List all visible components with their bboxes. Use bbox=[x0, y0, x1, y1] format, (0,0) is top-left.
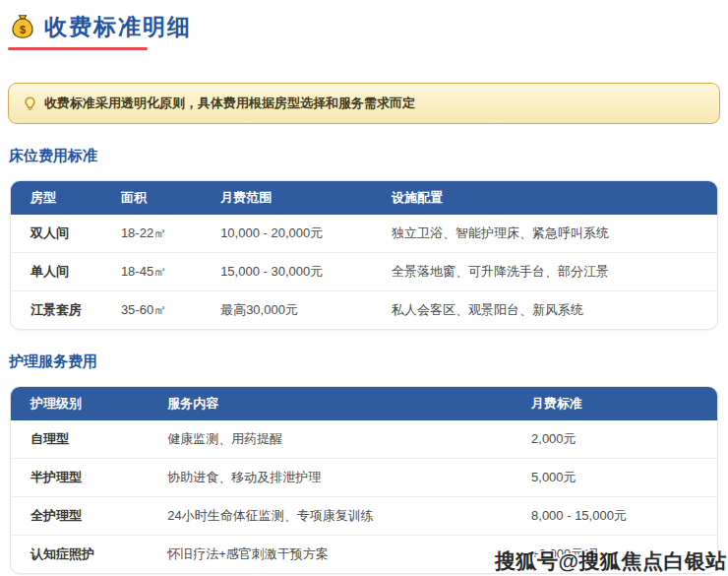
table-cell: 协助进食、移动及排泄护理 bbox=[148, 459, 512, 497]
column-header: 房型 bbox=[11, 181, 101, 215]
table-cell: 5,000元 bbox=[512, 459, 717, 497]
lightbulb-icon bbox=[23, 96, 37, 111]
fee-section: 床位费用标准 房型面积月费范围设施配置 双人间18-22㎡10,000 - 20… bbox=[8, 147, 720, 330]
table-row: 单人间18-45㎡15,000 - 30,000元全景落地窗、可升降洗手台、部分… bbox=[11, 253, 717, 291]
sections-container: 床位费用标准 房型面积月费范围设施配置 双人间18-22㎡10,000 - 20… bbox=[8, 147, 720, 574]
table-row: 半护理型协助进食、移动及排泄护理5,000元 bbox=[11, 459, 717, 497]
table-cell: 8,000 - 15,000元 bbox=[512, 497, 717, 536]
svg-text:$: $ bbox=[20, 24, 26, 35]
table-cell: 最高30,000元 bbox=[201, 291, 372, 330]
table-cell: 自理型 bbox=[11, 420, 148, 459]
table-cell: 全护理型 bbox=[11, 497, 148, 536]
table-cell: 私人会客区、观景阳台、新风系统 bbox=[372, 291, 717, 330]
section-heading: 护理服务费用 bbox=[9, 352, 720, 370]
table-cell: 35-60㎡ bbox=[101, 291, 201, 330]
table-header-row: 护理级别服务内容月费标准 bbox=[11, 387, 717, 420]
table-cell: 18-22㎡ bbox=[101, 215, 201, 253]
table-row: 自理型健康监测、用药提醒2,000元 bbox=[11, 420, 717, 459]
watermark: 搜狐号@搜狐焦点白银站 bbox=[495, 547, 727, 575]
column-header: 面积 bbox=[101, 181, 201, 215]
column-header: 服务内容 bbox=[148, 387, 512, 420]
table-cell: 半护理型 bbox=[11, 459, 148, 497]
table-cell: 15,000 - 30,000元 bbox=[201, 253, 372, 291]
fee-section: 护理服务费用 护理级别服务内容月费标准 自理型健康监测、用药提醒2,000元半护… bbox=[8, 352, 720, 574]
title-underline bbox=[8, 47, 148, 50]
table-row: 江景套房35-60㎡最高30,000元私人会客区、观景阳台、新风系统 bbox=[11, 291, 717, 330]
table-cell: 独立卫浴、智能护理床、紧急呼叫系统 bbox=[372, 215, 717, 253]
fee-table: 护理级别服务内容月费标准 自理型健康监测、用药提醒2,000元半护理型协助进食、… bbox=[10, 386, 718, 574]
table-cell: 认知症照护 bbox=[11, 536, 148, 574]
table-cell: 2,000元 bbox=[512, 420, 717, 459]
table-header-row: 房型面积月费范围设施配置 bbox=[11, 181, 717, 215]
section-heading: 床位费用标准 bbox=[9, 147, 720, 164]
money-bag-icon: $ bbox=[10, 14, 35, 39]
column-header: 护理级别 bbox=[11, 387, 148, 420]
fee-table-grid: 护理级别服务内容月费标准 自理型健康监测、用药提醒2,000元半护理型协助进食、… bbox=[11, 387, 717, 573]
fee-table: 房型面积月费范围设施配置 双人间18-22㎡10,000 - 20,000元独立… bbox=[10, 180, 718, 330]
fee-table-grid: 房型面积月费范围设施配置 双人间18-22㎡10,000 - 20,000元独立… bbox=[11, 181, 717, 329]
table-row: 全护理型24小时生命体征监测、专项康复训练8,000 - 15,000元 bbox=[11, 497, 717, 536]
column-header: 设施配置 bbox=[372, 181, 717, 215]
table-cell: 双人间 bbox=[11, 215, 101, 253]
notice-text: 收费标准采用透明化原则，具体费用根据房型选择和服务需求而定 bbox=[44, 96, 415, 111]
table-row: 双人间18-22㎡10,000 - 20,000元独立卫浴、智能护理床、紧急呼叫… bbox=[11, 215, 717, 253]
column-header: 月费范围 bbox=[201, 181, 372, 215]
table-cell: 江景套房 bbox=[11, 291, 101, 330]
table-cell: 全景落地窗、可升降洗手台、部分江景 bbox=[372, 253, 717, 291]
table-cell: 健康监测、用药提醒 bbox=[148, 420, 512, 459]
table-cell: 18-45㎡ bbox=[101, 253, 201, 291]
column-header: 月费标准 bbox=[512, 387, 717, 420]
table-cell: 10,000 - 20,000元 bbox=[201, 215, 372, 253]
table-cell: 怀旧疗法+感官刺激干预方案 bbox=[148, 536, 512, 574]
table-cell: 24小时生命体征监测、专项康复训练 bbox=[148, 497, 512, 536]
page-title: 收费标准明细 bbox=[44, 12, 192, 41]
page: $ 收费标准明细 收费标准采用透明化原则，具体费用根据房型选择和服务需求而定 床… bbox=[0, 0, 728, 574]
page-header: $ 收费标准明细 bbox=[8, 12, 720, 41]
table-cell: 单人间 bbox=[11, 253, 101, 291]
notice-banner: 收费标准采用透明化原则，具体费用根据房型选择和服务需求而定 bbox=[8, 83, 720, 124]
